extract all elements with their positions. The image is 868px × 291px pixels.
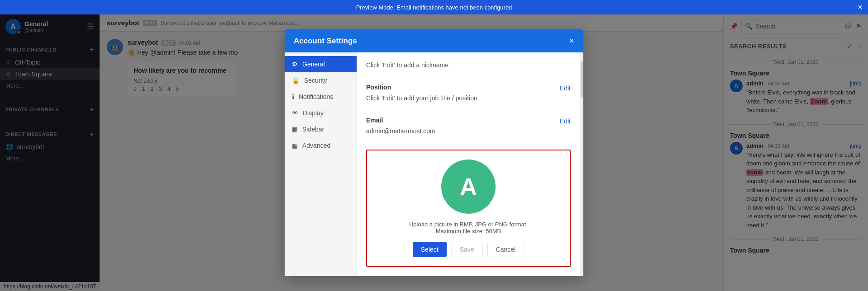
modal-divider-1 (366, 78, 571, 78)
email-edit-link[interactable]: Edit (560, 117, 571, 125)
profile-picture-info: Upload a picture in BMP, JPG or PNG form… (376, 221, 561, 235)
email-row-header: Email Edit (366, 117, 571, 126)
email-label: Email (366, 117, 383, 124)
sidebar-icon: ▦ (292, 126, 298, 133)
position-hint: Click 'Edit' to add your job title / pos… (366, 94, 571, 102)
modal-sidebar-item-advanced[interactable]: ▦ Advanced (285, 137, 357, 154)
modal-body: ⚙ General 🔒 Security ℹ Notifications 👁 D… (285, 52, 583, 276)
position-edit-link[interactable]: Edit (560, 84, 571, 92)
position-row: Position Edit Click 'Edit' to add your j… (366, 84, 571, 102)
email-value: admin@mattermost.com (366, 127, 571, 135)
position-label: Position (366, 84, 391, 91)
eye-icon: 👁 (292, 109, 298, 117)
preview-banner-text: Preview Mode: Email notifications have n… (356, 4, 512, 11)
profile-picture-section: A Upload a picture in BMP, JPG or PNG fo… (366, 150, 571, 267)
profile-picture-actions: Select Save Cancel (376, 242, 561, 257)
modal-content: Click 'Edit' to add a nickname Position … (357, 52, 580, 276)
info-icon: ℹ (292, 93, 294, 100)
modal-close-button[interactable]: × (569, 36, 574, 46)
email-row: Email Edit admin@mattermost.com (366, 117, 571, 135)
account-settings-modal: Account Settings × ⚙ General 🔒 Security … (285, 29, 583, 276)
cancel-button[interactable]: Cancel (487, 242, 525, 257)
profile-picture-avatar: A (441, 160, 496, 214)
modal-scrollbar[interactable] (580, 52, 583, 276)
modal-sidebar-item-security[interactable]: 🔒 Security (285, 72, 357, 89)
nickname-row: Click 'Edit' to add a nickname (366, 61, 571, 69)
modal-header: Account Settings × (285, 29, 583, 52)
advanced-icon: ▦ (292, 142, 298, 149)
modal-sidebar-item-sidebar[interactable]: ▦ Sidebar (285, 121, 357, 137)
modal-scrollbar-thumb (581, 61, 583, 98)
modal-divider-2 (366, 111, 571, 111)
modal-title: Account Settings (294, 37, 357, 46)
select-button[interactable]: Select (413, 242, 447, 257)
modal-sidebar-item-notifications[interactable]: ℹ Notifications (285, 89, 357, 105)
preview-banner: Preview Mode: Email notifications have n… (0, 0, 868, 14)
nickname-hint: Click 'Edit' to add a nickname (366, 61, 571, 69)
save-button[interactable]: Save (451, 242, 483, 257)
modal-overlay: Account Settings × ⚙ General 🔒 Security … (0, 14, 868, 291)
gear-icon: ⚙ (292, 61, 298, 68)
preview-banner-close[interactable]: × (858, 3, 863, 11)
modal-divider-3 (366, 144, 571, 144)
modal-sidebar: ⚙ General 🔒 Security ℹ Notifications 👁 D… (285, 52, 357, 276)
position-row-header: Position Edit (366, 84, 571, 93)
modal-sidebar-item-general[interactable]: ⚙ General (285, 56, 357, 72)
modal-sidebar-item-display[interactable]: 👁 Display (285, 105, 357, 121)
lock-icon: 🔒 (292, 77, 300, 84)
